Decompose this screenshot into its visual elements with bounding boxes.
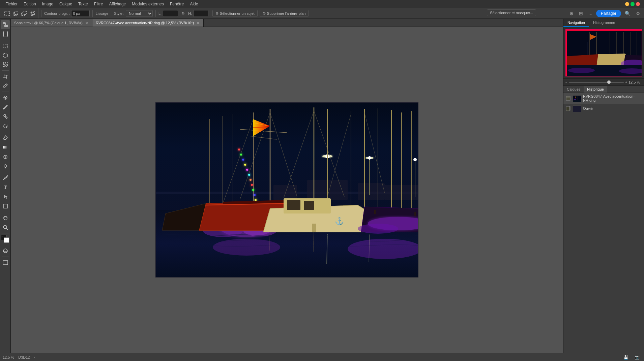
canvas-area: ⚓ (11, 27, 563, 353)
tab-rvrg[interactable]: RVRG0847-Avec accentuation-NR.dng @ 12,5… (92, 19, 204, 27)
history-brush-tool[interactable] (1, 122, 10, 130)
blur-tool[interactable] (1, 152, 10, 161)
maximize-btn[interactable] (631, 2, 635, 6)
menu-fichier[interactable]: Fichier (3, 1, 20, 7)
svg-point-129 (568, 68, 595, 73)
add-selection-btn[interactable] (12, 10, 19, 17)
path-select-tool[interactable] (1, 192, 10, 201)
arrange-btn[interactable]: ⊞ (577, 10, 585, 17)
object-select-tool[interactable] (1, 60, 10, 69)
history-item-0[interactable]: RVRG0847-Avec accentuation-NR.dng (563, 93, 644, 104)
svg-point-13 (4, 64, 6, 66)
svg-point-87 (255, 199, 257, 201)
menu-fenetre[interactable]: Fenêtre (167, 1, 186, 7)
intersect-selection-btn[interactable] (29, 10, 36, 17)
history-item-0-thumb (573, 95, 581, 101)
contour-input[interactable] (71, 10, 90, 17)
menu-calque[interactable]: Calque (57, 1, 75, 7)
eraser-tool[interactable] (1, 133, 10, 142)
svg-line-18 (7, 84, 7, 85)
largeur-input[interactable] (163, 10, 178, 17)
status-arrow[interactable]: › (34, 355, 35, 359)
selection-rect-tool[interactable] (1, 41, 10, 50)
tab-historique[interactable]: Historique (584, 86, 607, 93)
app-settings-btn[interactable]: ⚙ (634, 10, 642, 17)
select-mask-btn[interactable]: Sélectionner et masquer... (487, 9, 536, 16)
screen-mode-btn[interactable] (1, 258, 10, 267)
menu-texte[interactable]: Texte (76, 1, 91, 7)
minimize-btn[interactable] (625, 2, 629, 6)
tab-untitled-close[interactable]: ✕ (85, 21, 89, 25)
select-subject-icon: ⊕ (215, 11, 218, 15)
menu-edition[interactable]: Edition (21, 1, 39, 7)
search-btn[interactable]: 🔍 (623, 10, 632, 17)
svg-rect-41 (273, 185, 297, 200)
more-options-btn[interactable]: ... (587, 10, 594, 17)
brush-tool[interactable] (1, 103, 10, 111)
fg-bg-colors[interactable]: ↺ (1, 235, 10, 243)
svg-rect-5 (30, 12, 33, 15)
zoom-minus-icon[interactable]: − (565, 80, 567, 84)
artboard-tool[interactable] (1, 30, 10, 38)
hauteur-label: H: (188, 11, 192, 15)
menu-image[interactable]: Image (39, 1, 56, 7)
svg-point-77 (238, 149, 240, 151)
svg-rect-96 (304, 201, 314, 210)
status-save-btn[interactable]: 💾 (622, 354, 630, 360)
tab-untitled[interactable]: Sans titre-1 @ 66,7% (Calque 1, RVB/8#) … (11, 19, 92, 27)
history-item-1-thumb (573, 105, 581, 111)
hand-tool[interactable] (1, 214, 10, 222)
tab-histogramme[interactable]: Histogramme (589, 19, 619, 27)
hauteur-input[interactable] (193, 10, 208, 17)
zoom-bar: − + 12.5 % (563, 79, 644, 86)
dodge-tool[interactable] (1, 162, 10, 170)
lasso-tool[interactable] (1, 51, 10, 60)
menubar: Fichier Edition Image Calque Texte Filtr… (0, 0, 644, 8)
swap-dimensions-btn[interactable]: ⇅ (179, 10, 187, 17)
text-tool[interactable]: T (1, 183, 10, 192)
healing-brush-tool[interactable] (1, 93, 10, 102)
menu-aide[interactable]: Aide (187, 1, 201, 7)
menu-modules[interactable]: Modules externes (129, 1, 167, 7)
history-item-1[interactable]: Ouvrir (563, 104, 644, 113)
close-btn[interactable] (636, 2, 640, 6)
zoom-slider[interactable] (569, 82, 624, 83)
nav-thumbnail[interactable] (565, 29, 642, 76)
tab-navigation[interactable]: Navigation (563, 19, 589, 27)
tab-calques[interactable]: Calques (563, 86, 584, 93)
menu-affichage[interactable]: Affichage (106, 1, 128, 7)
refine-edge-btn[interactable]: ⊕ (568, 10, 575, 17)
svg-point-83 (250, 179, 252, 181)
remove-bg-btn[interactable]: ⊘ Supprimer l'arrière-plan (260, 10, 309, 17)
svg-rect-139 (573, 100, 581, 102)
menu-filtre[interactable]: Filtre (91, 1, 106, 7)
crop-tool[interactable] (1, 72, 10, 81)
right-panel: Navigation Histogramme (563, 19, 644, 353)
zoom-plus-icon[interactable]: + (625, 80, 627, 84)
svg-point-48 (368, 156, 371, 160)
remove-bg-icon: ⊘ (263, 11, 266, 15)
pen-tool[interactable] (1, 173, 10, 182)
move-tool[interactable] (1, 20, 10, 29)
tab-rvrg-close[interactable]: ✕ (196, 21, 200, 25)
share-btn[interactable]: Partager (596, 10, 621, 17)
style-select[interactable]: Normal Rapport fixe Taille fixe (126, 10, 153, 17)
gradient-tool[interactable] (1, 143, 10, 152)
tab-rvrg-label: RVRG0847-Avec accentuation-NR.dng @ 12,5… (96, 21, 194, 25)
shape-tool[interactable] (1, 202, 10, 210)
zoom-tool[interactable] (1, 223, 10, 232)
quick-mask-btn[interactable] (1, 247, 10, 255)
zoom-thumb[interactable] (607, 80, 611, 84)
svg-rect-4 (23, 11, 26, 14)
svg-rect-6 (31, 11, 35, 14)
svg-text:T: T (4, 185, 7, 190)
new-selection-btn[interactable] (3, 10, 11, 17)
svg-point-78 (240, 154, 242, 156)
subtract-selection-btn[interactable] (20, 10, 28, 17)
status-camera-btn[interactable]: 📷 (633, 354, 641, 360)
svg-text:⚓: ⚓ (335, 217, 344, 226)
clone-tool[interactable] (1, 112, 10, 121)
select-subject-btn[interactable]: ⊕ Sélectionner un sujet (212, 10, 258, 17)
eyedropper-tool[interactable] (1, 81, 10, 90)
tool-sep-8 (2, 245, 9, 245)
